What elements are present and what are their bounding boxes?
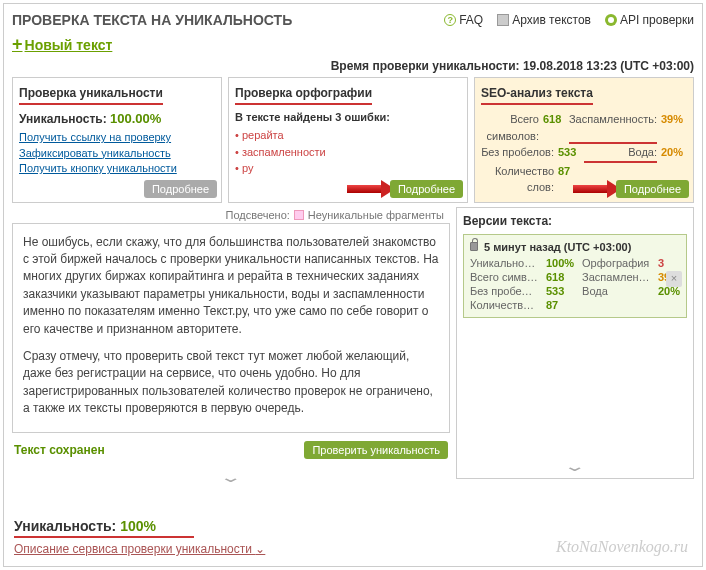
stat-key: Без пробелов <box>470 285 538 297</box>
stat-val: 618 <box>546 271 574 283</box>
check-time: Время проверки уникальности: 19.08.2018 … <box>12 59 694 73</box>
versions-panel: Версии текста: 5 минут назад (UTC +03:00… <box>456 207 694 479</box>
stat-val: 100% <box>546 257 574 269</box>
saved-status: Текст сохранен <box>14 443 105 457</box>
get-button-link[interactable]: Получить кнопку уникальности <box>19 161 215 176</box>
stat-key <box>582 299 650 311</box>
more-button-spell[interactable]: Подробнее <box>390 180 463 198</box>
arrow-icon <box>573 182 621 196</box>
legend-swatch <box>294 210 304 220</box>
stat-key: Орфография <box>582 257 650 269</box>
spell-subtitle: В тексте найдены 3 ошибки: <box>235 111 461 123</box>
uniqueness-card: Проверка уникальности Уникальность: 100.… <box>12 77 222 203</box>
lock-icon <box>470 242 478 251</box>
underline <box>14 536 194 538</box>
stat-key: Уникальность <box>470 257 538 269</box>
uniq-value: 100.00% <box>110 111 161 126</box>
spelling-card: Проверка орфографии В тексте найдены 3 о… <box>228 77 468 203</box>
stat-val: 3 <box>658 257 680 269</box>
archive-icon <box>497 14 509 26</box>
stat-val: 87 <box>546 299 574 311</box>
fix-uniq-link[interactable]: Зафиксировать уникальность <box>19 146 215 161</box>
card-title: Проверка орфографии <box>235 84 372 105</box>
api-link[interactable]: API проверки <box>605 13 694 27</box>
check-button[interactable]: Проверить уникальность <box>304 441 448 459</box>
stat-val <box>658 299 680 311</box>
arrow-icon <box>347 182 395 196</box>
close-icon[interactable]: × <box>666 271 682 287</box>
watermark: KtoNaNovenkogo.ru <box>556 538 688 556</box>
expand-down[interactable]: ⌄ <box>457 456 693 476</box>
card-title: SEO-анализ текста <box>481 84 593 105</box>
service-desc-link[interactable]: Описание сервиса проверки уникальности ⌄ <box>14 542 265 556</box>
seo-card: SEO-анализ текста Всего символов:618Засп… <box>474 77 694 203</box>
more-button-seo[interactable]: Подробнее <box>616 180 689 198</box>
new-text-button[interactable]: +Новый текст <box>12 34 694 55</box>
page-title: ПРОВЕРКА ТЕКСТА НА УНИКАЛЬНОСТЬ <box>12 12 292 28</box>
stat-key: Заспамленн... <box>582 271 650 283</box>
error-item: заспамленности <box>235 144 461 161</box>
stat-key: Всего симво... <box>470 271 538 283</box>
footer-value: 100% <box>120 518 156 534</box>
error-item: рерайта <box>235 127 461 144</box>
plus-icon: + <box>12 34 23 55</box>
help-icon: ? <box>444 14 456 26</box>
card-title: Проверка уникальности <box>19 84 163 105</box>
more-button-uniq[interactable]: Подробнее <box>144 180 217 198</box>
faq-link[interactable]: ?FAQ <box>444 13 483 27</box>
archive-link[interactable]: Архив текстов <box>497 13 591 27</box>
expand-down[interactable]: ⌄ <box>12 467 450 487</box>
stat-val: 533 <box>546 285 574 297</box>
chevron-down-icon: ⌄ <box>219 469 243 485</box>
uniq-label: Уникальность: <box>19 112 107 126</box>
chevron-down-icon: ⌄ <box>255 542 265 556</box>
text-content: Не ошибусь, если скажу, что для большинс… <box>12 223 450 433</box>
version-item[interactable]: 5 минут назад (UTC +03:00) Уникальность1… <box>463 234 687 318</box>
footer-label: Уникальность: <box>14 518 116 534</box>
stat-key: Количество ... <box>470 299 538 311</box>
versions-title: Версии текста: <box>463 214 687 228</box>
chevron-down-icon: ⌄ <box>563 458 587 474</box>
gear-icon <box>605 14 617 26</box>
legend: Подсвечено: Неуникальные фрагменты <box>12 207 450 223</box>
stat-key: Вода <box>582 285 650 297</box>
error-item: ру <box>235 160 461 177</box>
get-link[interactable]: Получить ссылку на проверку <box>19 130 215 145</box>
